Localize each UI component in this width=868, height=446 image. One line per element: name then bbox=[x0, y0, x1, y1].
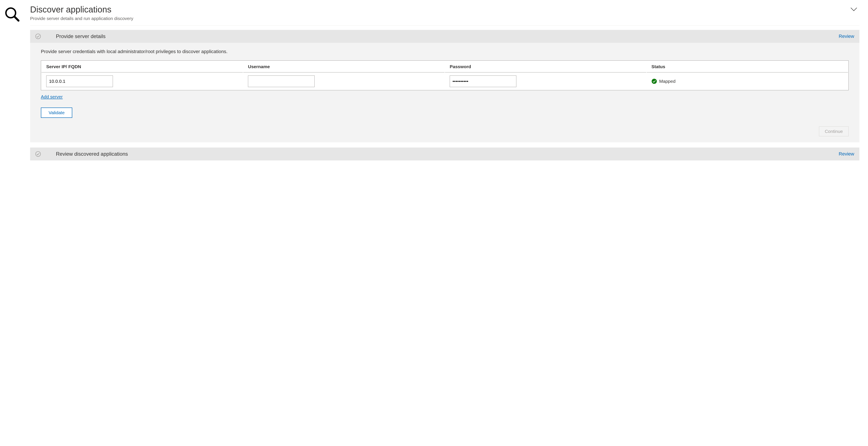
check-circle-icon bbox=[35, 34, 41, 39]
svg-point-3 bbox=[652, 79, 657, 84]
status-label: Mapped bbox=[659, 79, 676, 84]
review-link[interactable]: Review bbox=[839, 34, 854, 39]
section-header: Provide server details Review bbox=[30, 30, 859, 43]
section-header: Review discovered applications Review bbox=[30, 148, 859, 160]
chevron-down-icon[interactable] bbox=[850, 4, 859, 13]
status-success-icon bbox=[651, 78, 657, 84]
server-table: Server IP/ FQDN Username Password Status bbox=[41, 60, 849, 90]
search-icon bbox=[4, 4, 30, 166]
validate-button[interactable]: Validate bbox=[41, 107, 72, 118]
server-ip-input[interactable] bbox=[46, 75, 113, 87]
section-title: Provide server details bbox=[56, 33, 839, 39]
add-server-link[interactable]: Add server bbox=[41, 94, 63, 99]
table-row: Mapped bbox=[41, 73, 848, 90]
page-title: Discover applications bbox=[30, 4, 133, 14]
svg-point-4 bbox=[36, 152, 41, 157]
review-link[interactable]: Review bbox=[839, 151, 854, 157]
section-description: Provide server credentials with local ad… bbox=[41, 49, 849, 55]
continue-button: Continue bbox=[819, 126, 849, 136]
col-status: Status bbox=[647, 61, 848, 72]
divider bbox=[30, 25, 859, 26]
col-username: Username bbox=[243, 61, 444, 72]
password-input[interactable] bbox=[450, 75, 516, 87]
col-password: Password bbox=[445, 61, 646, 72]
username-input[interactable] bbox=[248, 75, 315, 87]
col-server: Server IP/ FQDN bbox=[41, 61, 243, 72]
section-provide-server-details: Provide server details Review Provide se… bbox=[30, 30, 859, 142]
page-subtitle: Provide server details and run applicati… bbox=[30, 16, 133, 21]
section-title: Review discovered applications bbox=[56, 151, 839, 157]
check-circle-icon bbox=[35, 151, 41, 157]
svg-point-2 bbox=[36, 34, 41, 39]
svg-line-1 bbox=[14, 17, 19, 21]
section-review-discovered-applications: Review discovered applications Review bbox=[30, 148, 859, 160]
